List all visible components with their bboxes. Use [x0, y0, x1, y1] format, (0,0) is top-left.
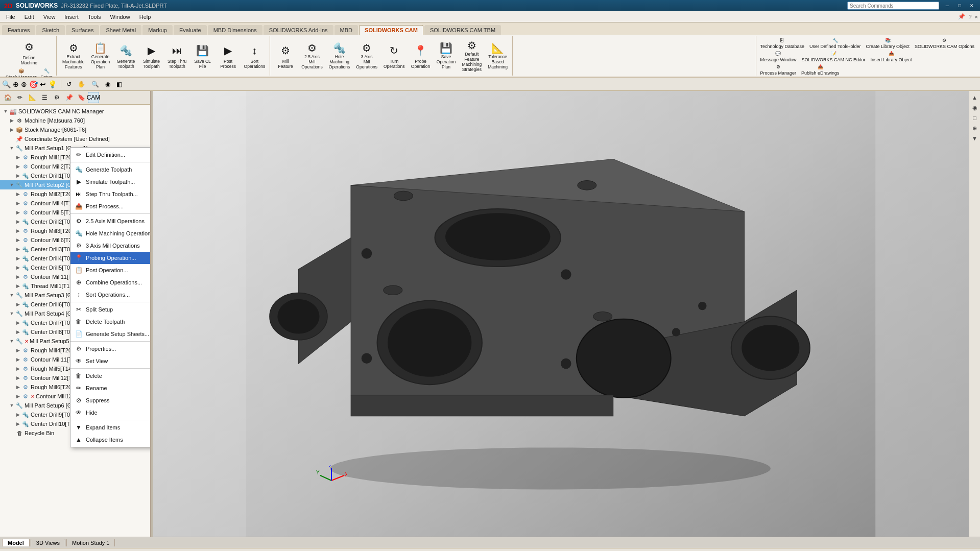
left-icon-cam[interactable]: CAM — [88, 92, 99, 103]
ctx-collapse[interactable]: ▲ Collapse Items — [70, 434, 151, 446]
quick-icon1[interactable]: 📌 — [958, 13, 965, 20]
tab-surfaces[interactable]: Surfaces — [66, 25, 99, 35]
tab-mbd-dimensions[interactable]: MBD Dimensions — [208, 25, 262, 35]
btn-user-tool[interactable]: 🔧 User Defined Tool/Holder — [808, 37, 862, 50]
tab-3d-views[interactable]: 3D Views — [31, 539, 65, 546]
btn-step-thru[interactable]: ⏭ Step ThruToolpath — [165, 40, 189, 71]
quick-icon3[interactable]: × — [975, 14, 978, 20]
menu-insert[interactable]: Insert — [60, 13, 83, 21]
view-icon5[interactable]: ↩ — [40, 80, 46, 88]
ctx-combine-ops[interactable]: ⊕ Combine Operations... — [70, 276, 151, 289]
ctx-hole-mach[interactable]: 🔩 Hole Machining Operations ▶ — [70, 227, 151, 239]
btn-tech-db[interactable]: 🗄 Technology Database — [758, 37, 806, 50]
btn-stock-manager[interactable]: 📦 Stock Manager — [4, 67, 38, 77]
tab-sheet-metal[interactable]: Sheet Metal — [100, 25, 141, 35]
pan-btn[interactable]: ✋ — [76, 80, 87, 88]
left-icon-dim[interactable]: 📐 — [27, 92, 38, 103]
view-icon4[interactable]: 🎯 — [29, 80, 38, 88]
menu-view[interactable]: View — [39, 13, 60, 21]
btn-tolerance[interactable]: 📐 ToleranceBasedMachining — [485, 40, 510, 71]
left-icon-bookmark[interactable]: 🔖 — [76, 92, 87, 103]
section-btn[interactable]: ◧ — [114, 80, 124, 88]
view-icon6[interactable]: 💡 — [48, 80, 57, 88]
tab-motion-study[interactable]: Motion Study 1 — [66, 539, 115, 546]
btn-msg-win[interactable]: 💬 Message Window — [758, 50, 798, 63]
tree-machine[interactable]: ▶ ⚙ Machine [Matsuura 760] — [0, 116, 150, 125]
btn-extract[interactable]: ⚙ ExtractMachinableFeatures — [60, 40, 87, 71]
btn-3-axis[interactable]: ⚙ 3 AxisMillOperations — [353, 40, 380, 71]
tab-sw-cam-tbm[interactable]: SOLIDWORKS CAM TBM — [424, 25, 501, 35]
left-icon-home[interactable]: 🏠 — [2, 92, 13, 103]
btn-nc-editor[interactable]: 📝 SOLIDWORKS CAM NC Editor — [800, 50, 867, 63]
btn-mill-feature[interactable]: ⚙ MillFeature — [273, 40, 298, 71]
ctx-sim-toolpath[interactable]: ▶ Simulate Toolpath... — [70, 176, 151, 188]
right-btn1[interactable]: ▲ — [970, 93, 979, 102]
left-icon-tool1[interactable]: ⚙ — [51, 92, 62, 103]
menu-tools[interactable]: Tools — [84, 13, 105, 21]
btn-hole-mach[interactable]: 🔩 HoleMachiningOperations — [326, 40, 353, 71]
btn-gen-toolpath[interactable]: 🔩 GenerateToolpath — [114, 40, 138, 71]
tab-markup[interactable]: Markup — [142, 25, 173, 35]
ctx-suppress[interactable]: ⊘ Suppress — [70, 394, 151, 406]
left-icon-sketch[interactable]: ✏ — [14, 92, 26, 103]
btn-2-5-axis[interactable]: ⚙ 2.5 AxisMillOperations — [299, 40, 325, 71]
ctx-properties[interactable]: ⚙ Properties... — [70, 343, 151, 355]
btn-probe-op[interactable]: 📍 ProbeOperation — [409, 40, 433, 71]
btn-create-lib[interactable]: 📚 Create Library Object — [864, 37, 911, 50]
menu-file[interactable]: File — [2, 13, 19, 21]
search-commands-input[interactable] — [847, 2, 939, 10]
rotate-btn[interactable]: ↺ — [64, 80, 74, 88]
btn-publish[interactable]: 📤 Publish eDrawings — [800, 63, 841, 77]
ctx-hide[interactable]: 👁 Hide — [70, 406, 151, 419]
tab-features[interactable]: Features — [2, 25, 35, 35]
maximize-button[interactable]: □ — [955, 2, 964, 9]
left-icon-list[interactable]: ☰ — [39, 92, 50, 103]
ctx-gen-toolpath[interactable]: 🔩 Generate Toolpath — [70, 163, 151, 176]
btn-sw-cam-options[interactable]: ⚙ SOLIDWORKS CAM Options — [913, 37, 976, 50]
btn-default-feat[interactable]: ⚙ DefaultFeatureMachiningStrategies — [460, 40, 485, 71]
ctx-probing-op[interactable]: 📍 Probing Operation... — [70, 252, 151, 264]
display-btn[interactable]: ◉ — [103, 80, 112, 88]
view-icon2[interactable]: ⊕ — [13, 80, 19, 88]
tab-sketch[interactable]: Sketch — [36, 25, 65, 35]
tree-coord[interactable]: 📌 Coordinate System [User Defined] — [0, 134, 150, 143]
btn-gen-op-plan[interactable]: 📋 GenerateOperationPlan — [88, 40, 113, 71]
right-btn4[interactable]: ⊕ — [970, 124, 979, 133]
menu-edit[interactable]: Edit — [20, 13, 38, 21]
menu-help[interactable]: Help — [135, 13, 155, 21]
ctx-set-view[interactable]: 👁 Set View ▶ — [70, 355, 151, 367]
ctx-delete[interactable]: 🗑 Delete — [70, 370, 151, 382]
ctx-post-op[interactable]: 📋 Post Operation... — [70, 264, 151, 276]
tab-model[interactable]: Model — [2, 539, 30, 546]
view-icon3[interactable]: ⊗ — [21, 80, 27, 88]
ctx-post-process[interactable]: 📤 Post Process... — [70, 200, 151, 212]
quick-icon2[interactable]: ? — [968, 14, 971, 20]
close-button[interactable]: ✕ — [968, 2, 976, 9]
btn-define-machine[interactable]: ⚙ DefineMachine — [17, 37, 41, 67]
btn-post-process[interactable]: ▶ PostProcess — [216, 40, 241, 71]
right-btn2[interactable]: ◉ — [970, 103, 979, 112]
ctx-gen-setup-sheets[interactable]: 📄 Generate Setup Sheets... — [70, 328, 151, 340]
btn-setup[interactable]: 🔧 Setup — [39, 67, 55, 77]
ctx-sort-ops[interactable]: ↕ Sort Operations... — [70, 289, 151, 301]
view-icon1[interactable]: 🔍 — [2, 80, 11, 88]
ctx-rename[interactable]: ✏ Rename — [70, 382, 151, 394]
btn-save-op-plan[interactable]: 💾 SaveOperationPlan — [434, 40, 459, 71]
right-btn5[interactable]: ▼ — [970, 134, 979, 143]
zoom-btn[interactable]: 🔍 — [89, 80, 101, 88]
btn-simulate[interactable]: ▶ SimulateToolpath — [139, 40, 164, 71]
viewport-3d[interactable]: X Y Z — [153, 91, 969, 537]
ctx-expand[interactable]: ▼ Expand Items — [70, 421, 151, 434]
ctx-split-setup[interactable]: ✂ Split Setup — [70, 303, 151, 316]
btn-turn-ops[interactable]: ↻ TurnOperations — [381, 40, 408, 71]
tree-stock[interactable]: ▶ 📦 Stock Manager[6061-T6] — [0, 125, 150, 134]
btn-save-cl[interactable]: 💾 Save CLFile — [190, 40, 215, 71]
ctx-step-thru[interactable]: ⏭ Step Thru Toolpath... — [70, 188, 151, 200]
left-icon-pin[interactable]: 📌 — [63, 92, 75, 103]
ctx-3-axis[interactable]: ⚙ 3 Axis Mill Operations ▶ — [70, 239, 151, 252]
tree-cam-manager[interactable]: ▼ 🏭 SOLIDWORKS CAM NC Manager — [0, 107, 150, 116]
menu-window[interactable]: Window — [106, 13, 134, 21]
btn-insert-lib[interactable]: 📥 Insert Library Object — [869, 50, 914, 63]
right-btn3[interactable]: □ — [970, 113, 979, 123]
tab-sw-cam[interactable]: SOLIDWORKS CAM — [359, 25, 423, 35]
